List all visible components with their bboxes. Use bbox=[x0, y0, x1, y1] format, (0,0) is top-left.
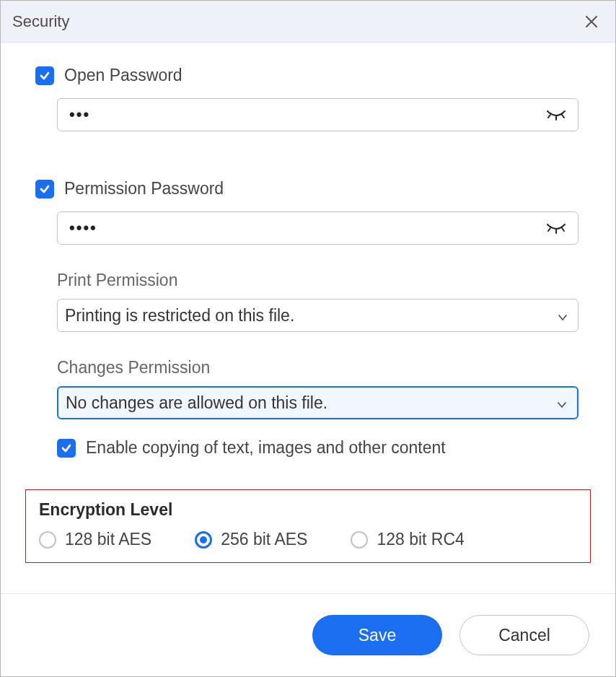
print-permission-label: Print Permission bbox=[57, 271, 581, 290]
radio-label: 256 bit AES bbox=[221, 530, 307, 549]
eye-closed-icon bbox=[546, 108, 566, 121]
print-permission-value: Printing is restricted on this file. bbox=[65, 306, 294, 326]
checkmark-icon bbox=[61, 442, 72, 454]
close-icon bbox=[584, 14, 599, 29]
checkmark-icon bbox=[39, 70, 50, 82]
eye-closed-icon bbox=[546, 222, 566, 235]
encryption-radio-group: 128 bit AES 256 bit AES 128 bit RC4 bbox=[39, 530, 577, 549]
svg-line-5 bbox=[562, 228, 564, 231]
svg-line-2 bbox=[562, 115, 564, 118]
print-permission-select[interactable]: Printing is restricted on this file. bbox=[57, 299, 578, 332]
changes-permission-select[interactable]: No changes are allowed on this file. bbox=[57, 386, 578, 419]
permission-password-input[interactable]: •••• bbox=[57, 211, 578, 245]
permission-password-row: Permission Password bbox=[35, 179, 581, 198]
changes-permission-value: No changes are allowed on this file. bbox=[66, 393, 327, 413]
open-password-value: ••• bbox=[69, 105, 90, 124]
dialog-titlebar: Security bbox=[1, 1, 615, 43]
encryption-option-256-aes[interactable]: 256 bit AES bbox=[195, 530, 307, 549]
dialog-title: Security bbox=[12, 12, 69, 31]
open-password-input[interactable]: ••• bbox=[57, 98, 578, 131]
checkmark-icon bbox=[39, 183, 50, 195]
permission-password-value: •••• bbox=[69, 219, 97, 237]
enable-copy-checkbox[interactable] bbox=[57, 439, 76, 458]
radio-icon bbox=[39, 531, 56, 549]
save-button[interactable]: Save bbox=[312, 615, 442, 655]
chevron-down-icon bbox=[558, 306, 568, 326]
changes-permission-label: Changes Permission bbox=[57, 358, 581, 377]
dialog-footer: Save Cancel bbox=[1, 593, 615, 676]
permission-password-visibility-toggle[interactable] bbox=[546, 222, 566, 235]
svg-line-3 bbox=[548, 228, 550, 231]
open-password-label: Open Password bbox=[64, 66, 182, 85]
chevron-down-icon bbox=[557, 393, 567, 413]
encryption-option-128-aes[interactable]: 128 bit AES bbox=[39, 530, 151, 549]
radio-label: 128 bit RC4 bbox=[377, 530, 464, 549]
close-button[interactable] bbox=[581, 11, 602, 32]
radio-icon bbox=[195, 531, 212, 549]
permission-password-label: Permission Password bbox=[64, 179, 224, 198]
open-password-checkbox[interactable] bbox=[35, 66, 54, 85]
encryption-level-title: Encryption Level bbox=[39, 500, 577, 520]
permission-password-checkbox[interactable] bbox=[35, 180, 54, 198]
encryption-option-128-rc4[interactable]: 128 bit RC4 bbox=[351, 530, 464, 549]
radio-label: 128 bit AES bbox=[65, 530, 151, 549]
cancel-button[interactable]: Cancel bbox=[459, 615, 589, 655]
dialog-content: Open Password ••• Permission Password ••… bbox=[1, 43, 615, 593]
open-password-visibility-toggle[interactable] bbox=[546, 108, 566, 121]
enable-copy-row: Enable copying of text, images and other… bbox=[57, 438, 581, 458]
radio-icon bbox=[351, 531, 368, 549]
svg-line-0 bbox=[548, 115, 550, 118]
encryption-level-box: Encryption Level 128 bit AES 256 bit AES… bbox=[25, 489, 591, 563]
enable-copy-label: Enable copying of text, images and other… bbox=[86, 438, 446, 458]
open-password-row: Open Password bbox=[35, 66, 581, 85]
